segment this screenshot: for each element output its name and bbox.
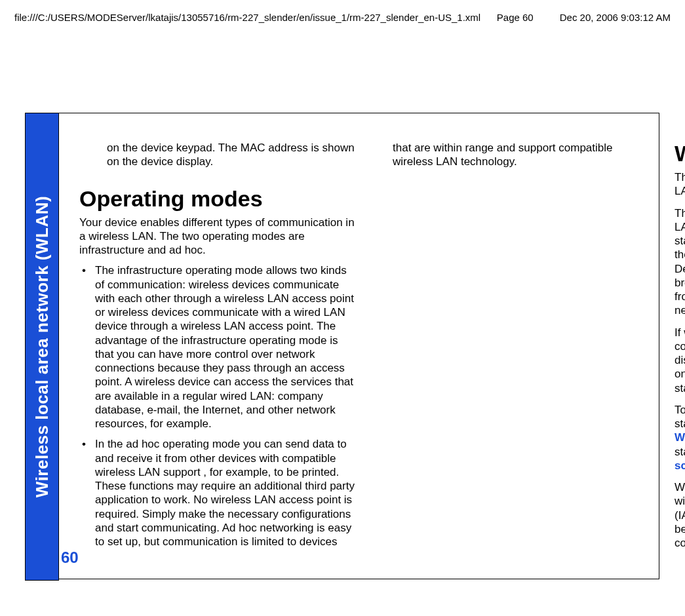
text: If wireless LAN scanning is off and you … [675, 326, 685, 353]
paragraph: The WLAN wizard helps you to connect to … [675, 170, 685, 199]
content-frame: Wireless local area network (WLAN) 60 on… [25, 113, 659, 579]
paragraph: If wireless LAN scanning is off and you … [675, 326, 685, 395]
columns: on the device keypad. The MAC address is… [68, 113, 659, 579]
page-root: file:///C:/USERS/MODEServer/lkatajis/130… [0, 0, 685, 616]
paragraph: The WLAN wizard shows the status of your… [675, 206, 685, 318]
page-indicator: Page 60 [497, 12, 534, 23]
text: When [675, 481, 685, 493]
bullet-dot-icon: • [82, 263, 86, 277]
paragraph: When Start Web browsing is selected, the… [675, 480, 685, 550]
side-tab-label: Wireless local area network (WLAN) [32, 196, 52, 497]
list-item: •The infrastructure operating mode allow… [79, 263, 355, 431]
lead-operating-modes: Your device enables different types of c… [79, 216, 355, 258]
file-path: file:///C:/USERS/MODEServer/lkatajis/130… [14, 12, 497, 23]
paragraph: To start a search for available wireless… [675, 403, 685, 472]
bullet-dot-icon: • [82, 437, 86, 451]
list-item-text: The infrastructure operating mode allows… [95, 264, 354, 430]
heading-operating-modes: Operating modes [79, 186, 355, 212]
header-meta: Page 60 Dec 20, 2006 9:03:12 AM [497, 12, 671, 23]
timestamp: Dec 20, 2006 9:03:12 AM [560, 12, 671, 23]
intro-fragment: on the device keypad. The MAC address is… [107, 141, 355, 169]
print-header: file:///C:/USERS/MODEServer/lkatajis/130… [0, 12, 685, 23]
heading-wlan-wizard: WLAN wizard [675, 141, 685, 166]
text: To start a search for available wireless… [675, 404, 685, 430]
side-tab: Wireless local area network (WLAN) [25, 113, 59, 581]
